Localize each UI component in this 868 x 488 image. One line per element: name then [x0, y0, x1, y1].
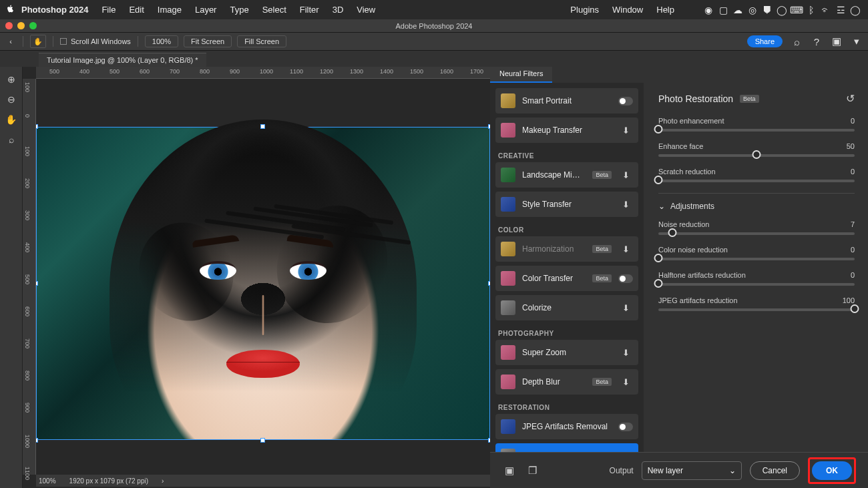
- zoom-input[interactable]: 100%: [145, 35, 178, 47]
- scroll-all-windows-checkbox[interactable]: Scroll All Windows: [60, 37, 131, 45]
- slider-track[interactable]: [658, 283, 855, 286]
- slider-thumb[interactable]: [654, 176, 663, 184]
- download-icon[interactable]: ⬇: [622, 348, 630, 358]
- slider-label: Noise reduction: [658, 220, 709, 228]
- output-select[interactable]: New layer ⌄: [642, 461, 742, 480]
- download-icon[interactable]: ⬇: [622, 170, 630, 180]
- ok-button[interactable]: OK: [812, 461, 852, 480]
- filter-item[interactable]: Super Zoom⬇: [495, 340, 638, 365]
- filter-item[interactable]: Photo Restorat…Beta: [495, 443, 638, 452]
- fit-screen-button[interactable]: Fit Screen: [184, 35, 232, 47]
- preview-icon[interactable]: ▣: [502, 465, 517, 477]
- filter-item[interactable]: Makeup Transfer⬇: [495, 117, 638, 143]
- hand-tool-icon[interactable]: ✋: [30, 35, 46, 48]
- apple-icon[interactable]: [5, 4, 15, 15]
- adjustments-section[interactable]: ⌄ Adjustments: [658, 193, 855, 211]
- menu-file[interactable]: File: [95, 5, 122, 15]
- share-button[interactable]: Share: [747, 35, 783, 47]
- control-center-icon[interactable]: ☲: [833, 5, 848, 15]
- layers-icon[interactable]: ❐: [525, 465, 539, 477]
- slider-thumb[interactable]: [752, 150, 761, 159]
- subtract-tool[interactable]: ⊖: [4, 92, 19, 107]
- slider-thumb[interactable]: [654, 125, 663, 134]
- fill-screen-button[interactable]: Fill Screen: [237, 35, 286, 47]
- slider-track[interactable]: [658, 129, 855, 132]
- slider-track[interactable]: [658, 232, 855, 235]
- slider-thumb[interactable]: [851, 304, 859, 313]
- menu-filter[interactable]: Filter: [293, 5, 326, 15]
- download-icon[interactable]: ⬇: [622, 126, 630, 136]
- reset-icon[interactable]: ↺: [846, 92, 855, 105]
- menu-plugins[interactable]: Plugins: [564, 5, 606, 15]
- minimize-window-button[interactable]: [17, 22, 25, 29]
- slider-thumb[interactable]: [654, 254, 663, 262]
- workspace-icon[interactable]: ▣: [831, 35, 843, 47]
- slider-track[interactable]: [658, 180, 855, 182]
- search-icon[interactable]: ⌕: [791, 36, 803, 47]
- slider-thumb[interactable]: [668, 228, 676, 237]
- filter-item[interactable]: HarmonizationBeta⬇: [495, 236, 638, 262]
- cc-icon[interactable]: ◎: [745, 5, 760, 15]
- download-icon[interactable]: ⬇: [622, 200, 630, 210]
- filter-toggle[interactable]: [618, 97, 633, 105]
- slider-track[interactable]: [658, 154, 855, 157]
- hand-tool[interactable]: ✋: [4, 112, 19, 127]
- record-icon[interactable]: ◉: [701, 5, 716, 15]
- menu-select[interactable]: Select: [256, 5, 293, 15]
- document-tab[interactable]: Tutorial Image.jpg @ 100% (Layer 0, RGB/…: [39, 53, 206, 67]
- filter-item[interactable]: Depth BlurBeta⬇: [495, 369, 638, 395]
- filter-list[interactable]: Smart PortraitMakeup Transfer⬇CREATIVELa…: [490, 83, 644, 452]
- slider[interactable]: Noise reduction7: [658, 220, 855, 235]
- slider-track[interactable]: [658, 258, 855, 260]
- filter-toggle[interactable]: [618, 423, 633, 431]
- back-button[interactable]: ‹: [5, 37, 16, 45]
- bluetooth-icon[interactable]: ᛒ: [804, 5, 819, 15]
- wifi-icon[interactable]: ᯤ: [819, 5, 833, 15]
- slider[interactable]: Halftone artifacts reduction0: [658, 271, 855, 286]
- menu-image[interactable]: Image: [151, 5, 188, 15]
- status-chevron-icon[interactable]: ›: [162, 477, 164, 485]
- filter-item[interactable]: Smart Portrait: [495, 88, 638, 113]
- cancel-button[interactable]: Cancel: [750, 461, 800, 480]
- chevron-down-icon[interactable]: ▾: [851, 35, 863, 47]
- filter-item[interactable]: Colorize⬇: [495, 295, 638, 320]
- display-icon[interactable]: ▢: [716, 5, 730, 15]
- menu-type[interactable]: Type: [223, 5, 255, 15]
- zoom-tool[interactable]: ⌕: [4, 132, 19, 147]
- filter-item[interactable]: Style Transfer⬇: [495, 192, 638, 217]
- maximize-window-button[interactable]: [29, 22, 37, 29]
- user-icon[interactable]: ◯: [848, 5, 863, 15]
- download-icon[interactable]: ⬇: [622, 244, 630, 254]
- slider[interactable]: Color noise reduction0: [658, 246, 855, 260]
- filter-item[interactable]: Color TransferBeta: [495, 266, 638, 291]
- status-zoom[interactable]: 100%: [39, 477, 56, 485]
- close-window-button[interactable]: [5, 22, 13, 29]
- filter-toggle[interactable]: [618, 274, 633, 283]
- menu-3d[interactable]: 3D: [326, 5, 351, 15]
- circle-icon[interactable]: ◯: [775, 5, 789, 15]
- menu-layer[interactable]: Layer: [188, 5, 224, 15]
- slider[interactable]: JPEG artifacts reduction100: [658, 296, 855, 311]
- slider[interactable]: Scratch reduction0: [658, 168, 855, 182]
- slider-track[interactable]: [658, 308, 855, 311]
- shield-icon[interactable]: ⛊: [760, 5, 775, 15]
- slider[interactable]: Enhance face50: [658, 142, 855, 157]
- menu-edit[interactable]: Edit: [122, 5, 150, 15]
- download-icon[interactable]: ⬇: [622, 303, 630, 313]
- slider[interactable]: Photo enhancement0: [658, 117, 855, 132]
- slider-thumb[interactable]: [654, 279, 663, 288]
- app-name[interactable]: Photoshop 2024: [15, 5, 95, 15]
- help-icon[interactable]: ?: [811, 36, 823, 47]
- keyboard-icon[interactable]: ⌨: [789, 5, 804, 15]
- canvas-viewport[interactable]: [36, 79, 490, 475]
- menu-view[interactable]: View: [350, 5, 382, 15]
- add-tool[interactable]: ⊕: [4, 72, 19, 87]
- canvas-image[interactable]: [36, 127, 490, 440]
- filter-item[interactable]: Landscape Mi…Beta⬇: [495, 162, 638, 188]
- cloud-icon[interactable]: ☁: [730, 5, 745, 15]
- download-icon[interactable]: ⬇: [622, 377, 630, 387]
- menu-window[interactable]: Window: [606, 5, 650, 15]
- filter-item[interactable]: JPEG Artifacts Removal: [495, 414, 638, 439]
- menu-help[interactable]: Help: [650, 5, 681, 15]
- neural-filters-tab[interactable]: Neural Filters: [490, 67, 552, 83]
